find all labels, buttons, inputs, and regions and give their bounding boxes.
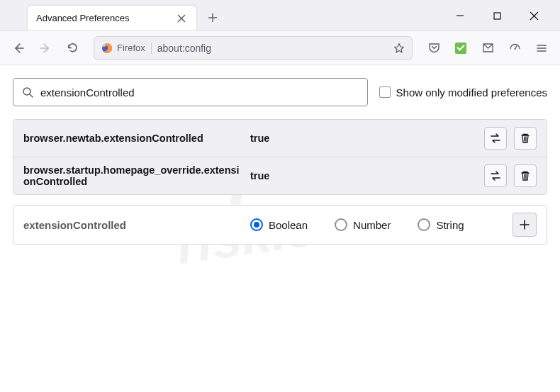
trash-icon — [520, 170, 531, 181]
identity-box[interactable]: Firefox — [101, 43, 152, 54]
filter-label: Show only modified preferences — [396, 86, 547, 99]
reload-button[interactable] — [61, 37, 84, 60]
filter-checkbox-row[interactable]: Show only modified preferences — [379, 86, 547, 99]
pref-name: browser.startup.homepage_override.extens… — [23, 164, 250, 187]
pref-row[interactable]: browser.newtab.extensionControlled true — [13, 120, 547, 157]
extension-icon[interactable] — [449, 37, 472, 60]
search-box[interactable] — [13, 78, 368, 106]
new-tab-button[interactable] — [201, 6, 224, 29]
menu-button[interactable] — [530, 37, 553, 60]
browser-toolbar: Firefox about:config — [0, 31, 560, 65]
inbox-icon[interactable] — [476, 37, 499, 60]
tab-title: Advanced Preferences — [36, 13, 175, 23]
url-text: about:config — [157, 43, 388, 54]
radio-boolean[interactable]: Boolean — [250, 218, 308, 231]
pref-name: browser.newtab.extensionControlled — [23, 133, 250, 144]
radio-label: String — [436, 219, 464, 231]
swap-icon — [489, 169, 502, 182]
swap-icon — [489, 132, 502, 145]
back-button[interactable] — [7, 37, 30, 60]
add-button[interactable] — [513, 213, 537, 237]
delete-button[interactable] — [514, 164, 537, 187]
bookmark-star-icon[interactable] — [393, 43, 405, 54]
firefox-icon — [101, 43, 113, 54]
dashboard-icon[interactable] — [503, 37, 526, 60]
toggle-button[interactable] — [484, 164, 507, 187]
svg-point-2 — [514, 48, 515, 50]
svg-rect-0 — [494, 13, 500, 19]
radio-number[interactable]: Number — [335, 218, 391, 231]
forward-button[interactable] — [34, 37, 57, 60]
pref-row[interactable]: browser.startup.homepage_override.extens… — [13, 157, 547, 194]
new-pref-row: extensionControlled Boolean Number Strin… — [13, 205, 547, 245]
close-icon[interactable] — [175, 12, 188, 25]
new-pref-name: extensionControlled — [23, 219, 250, 231]
radio-icon — [335, 218, 347, 231]
page-content: Show only modified preferences browser.n… — [0, 65, 560, 257]
browser-tab[interactable]: Advanced Preferences — [27, 5, 197, 30]
maximize-button[interactable] — [486, 5, 508, 26]
pref-value: true — [250, 170, 484, 181]
url-bar[interactable]: Firefox about:config — [94, 36, 413, 60]
trash-icon — [520, 133, 531, 144]
minimize-button[interactable] — [449, 5, 471, 26]
pocket-icon[interactable] — [422, 37, 445, 60]
radio-string[interactable]: String — [418, 218, 464, 231]
plus-icon — [519, 219, 530, 230]
toggle-button[interactable] — [484, 127, 507, 150]
checkbox-icon[interactable] — [379, 86, 391, 98]
radio-icon — [418, 218, 430, 231]
tab-strip: Advanced Preferences — [0, 0, 560, 31]
search-icon — [22, 86, 33, 98]
type-radio-group: Boolean Number String — [250, 218, 513, 231]
search-input[interactable] — [40, 86, 359, 99]
radio-label: Boolean — [269, 219, 308, 231]
radio-label: Number — [353, 219, 391, 231]
window-close-button[interactable] — [523, 5, 544, 26]
identity-label: Firefox — [117, 43, 145, 53]
pref-value: true — [250, 133, 484, 144]
radio-icon — [250, 218, 263, 231]
pref-list: browser.newtab.extensionControlled true … — [13, 119, 547, 195]
delete-button[interactable] — [514, 127, 537, 150]
